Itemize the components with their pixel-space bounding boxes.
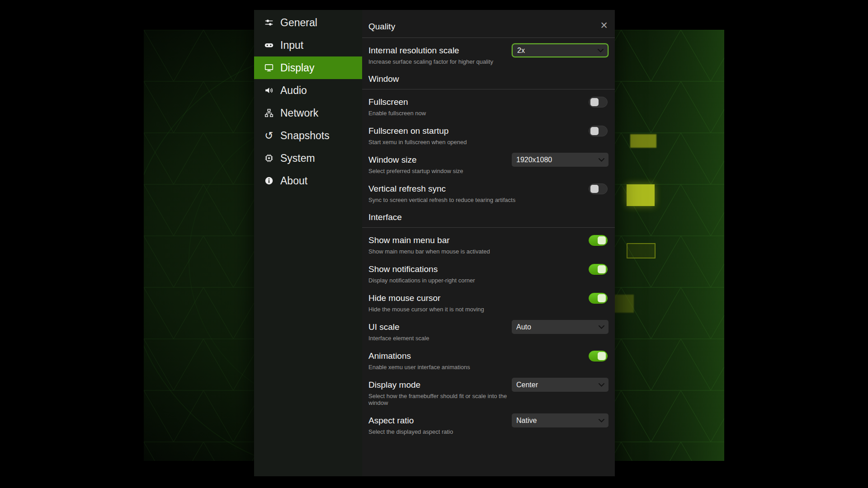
chevron-down-icon bbox=[599, 325, 604, 329]
background-dashboard-block bbox=[627, 243, 656, 258]
toggle-knob bbox=[598, 236, 606, 244]
animations-toggle[interactable] bbox=[589, 351, 608, 361]
network-icon bbox=[263, 107, 275, 119]
sidebar-item-label: About bbox=[280, 175, 307, 187]
toggle-knob bbox=[598, 294, 606, 302]
screen: General Input bbox=[0, 0, 868, 488]
show-main-menu-bar-toggle[interactable] bbox=[589, 235, 608, 246]
setting-desc: Show main menu bar when mouse is activat… bbox=[368, 248, 490, 255]
fullscreen-on-startup-toggle[interactable] bbox=[589, 126, 608, 136]
sidebar-item-network[interactable]: Network bbox=[254, 102, 362, 124]
setting-desc: Interface element scale bbox=[368, 335, 429, 342]
setting-desc: Select the displayed aspect ratio bbox=[368, 428, 453, 435]
select-value: Auto bbox=[516, 323, 531, 331]
row-vertical-refresh-sync: Vertical refresh sync Sync to screen ver… bbox=[368, 183, 609, 203]
sidebar-item-general[interactable]: General bbox=[254, 11, 362, 34]
section-title: Window bbox=[368, 74, 399, 84]
toggle-knob bbox=[598, 265, 606, 273]
chevron-down-icon bbox=[598, 49, 604, 52]
sidebar-item-display[interactable]: Display bbox=[254, 56, 362, 79]
toggle-knob bbox=[590, 127, 599, 135]
sidebar-item-input[interactable]: Input bbox=[254, 34, 362, 56]
sidebar-item-label: Input bbox=[280, 39, 303, 52]
panel-header-quality: Quality × bbox=[362, 10, 615, 38]
hide-mouse-cursor-toggle[interactable] bbox=[589, 293, 608, 304]
setting-label: Animations bbox=[368, 351, 470, 361]
sidebar-item-label: System bbox=[280, 152, 315, 164]
setting-label: Fullscreen on startup bbox=[368, 126, 467, 136]
row-hide-mouse-cursor: Hide mouse cursor Hide the mouse cursor … bbox=[368, 293, 609, 313]
row-window-size: Window size Select preferred startup win… bbox=[368, 155, 609, 174]
aspect-ratio-select[interactable]: Native bbox=[512, 413, 609, 427]
setting-label: Hide mouse cursor bbox=[368, 293, 484, 304]
vertical-refresh-sync-toggle[interactable] bbox=[589, 183, 608, 194]
setting-label: Display mode bbox=[368, 380, 512, 390]
sliders-icon bbox=[263, 17, 275, 28]
setting-desc: Select how the framebuffer should fit or… bbox=[368, 393, 512, 406]
setting-label: Aspect ratio bbox=[368, 415, 453, 426]
section-header-interface: Interface bbox=[362, 212, 615, 228]
select-value: Native bbox=[516, 417, 537, 425]
settings-sidebar: General Input bbox=[254, 10, 362, 476]
setting-desc: Display notifications in upper-right cor… bbox=[368, 277, 475, 284]
sidebar-item-label: Snapshots bbox=[280, 130, 330, 142]
chevron-down-icon bbox=[599, 158, 604, 162]
window-size-select[interactable]: 868x488 bbox=[512, 153, 609, 167]
chevron-down-icon bbox=[599, 383, 604, 387]
sidebar-item-system[interactable]: System bbox=[254, 147, 362, 169]
setting-desc: Increase surface scaling factor for high… bbox=[368, 58, 493, 65]
settings-window: General Input bbox=[254, 10, 615, 476]
ui-scale-select[interactable]: Auto bbox=[512, 320, 609, 334]
row-display-mode: Display mode Select how the framebuffer … bbox=[368, 380, 609, 406]
setting-label: Vertical refresh sync bbox=[368, 183, 515, 194]
row-fullscreen: Fullscreen Enable fullscreen now bbox=[368, 97, 609, 117]
speaker-icon bbox=[263, 84, 275, 96]
row-aspect-ratio: Aspect ratio Select the displayed aspect… bbox=[368, 415, 609, 435]
setting-label: Internal resolution scale bbox=[368, 45, 493, 56]
select-value: 868x488 bbox=[516, 156, 552, 164]
sidebar-item-label: General bbox=[280, 17, 317, 29]
toggle-knob bbox=[590, 185, 599, 193]
select-value: Center bbox=[516, 381, 538, 389]
sidebar-item-audio[interactable]: Audio bbox=[254, 79, 362, 102]
toggle-knob bbox=[598, 352, 606, 360]
section-title: Interface bbox=[368, 212, 402, 222]
internal-resolution-scale-select[interactable]: 2x bbox=[512, 43, 609, 57]
background-dashboard-block bbox=[627, 184, 655, 206]
gamepad-icon bbox=[263, 39, 275, 51]
sidebar-item-label: Network bbox=[280, 107, 318, 119]
background-dashboard-block bbox=[630, 134, 656, 148]
row-fullscreen-on-startup: Fullscreen on startup Start xemu in full… bbox=[368, 126, 609, 145]
toggle-knob bbox=[590, 98, 599, 106]
chip-icon bbox=[263, 152, 275, 164]
show-notifications-toggle[interactable] bbox=[589, 264, 608, 275]
sidebar-item-label: Audio bbox=[280, 84, 307, 97]
close-button[interactable]: × bbox=[600, 19, 608, 32]
section-header-window: Window bbox=[362, 74, 615, 89]
setting-label: UI scale bbox=[368, 322, 429, 333]
info-icon bbox=[263, 175, 275, 187]
setting-desc: Enable xemu user interface animations bbox=[368, 364, 470, 371]
row-show-notifications: Show notifications Display notifications… bbox=[368, 264, 609, 284]
chevron-down-icon bbox=[599, 419, 604, 422]
select-value: 2x bbox=[517, 47, 525, 55]
setting-desc: Start xemu in fullscreen when opened bbox=[368, 139, 467, 145]
row-ui-scale: UI scale Interface element scale Auto bbox=[368, 322, 609, 342]
sidebar-item-snapshots[interactable]: ↺ Snapshots bbox=[254, 124, 362, 147]
row-internal-resolution-scale: Internal resolution scale Increase surfa… bbox=[368, 45, 609, 65]
row-show-main-menu-bar: Show main menu bar Show main menu bar wh… bbox=[368, 235, 609, 255]
settings-panel: Quality × Internal resolution scale Incr… bbox=[362, 10, 615, 476]
sidebar-item-label: Display bbox=[280, 62, 314, 74]
setting-desc: Select preferred startup window size bbox=[368, 168, 463, 174]
setting-desc: Enable fullscreen now bbox=[368, 110, 426, 117]
row-animations: Animations Enable xemu user interface an… bbox=[368, 351, 609, 371]
setting-desc: Sync to screen vertical refresh to reduc… bbox=[368, 197, 515, 203]
monitor-icon bbox=[263, 62, 275, 74]
setting-label: Fullscreen bbox=[368, 97, 426, 108]
setting-label: Show notifications bbox=[368, 264, 475, 275]
display-mode-select[interactable]: Center bbox=[512, 378, 609, 392]
sidebar-item-about[interactable]: About bbox=[254, 169, 362, 192]
setting-desc: Hide the mouse cursor when it is not mov… bbox=[368, 306, 484, 313]
setting-label: Window size bbox=[368, 155, 463, 165]
fullscreen-toggle[interactable] bbox=[589, 97, 608, 108]
